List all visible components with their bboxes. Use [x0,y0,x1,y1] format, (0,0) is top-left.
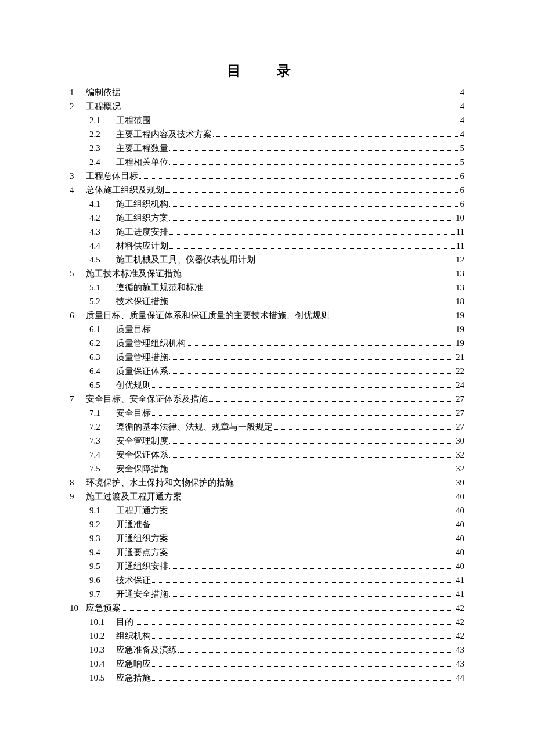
toc-entry-text: 开通组织方案 [116,534,168,543]
toc-leader-dots [169,471,454,471]
toc-entry-number: 6.2 [89,339,116,348]
toc-entry: 4总体施工组织及规划6 [70,186,464,200]
toc-entry: 8环境保护、水土保持和文物保护的措施39 [70,478,464,492]
toc-entry: 4.3施工进度安排11 [70,228,464,242]
toc-entry-text: 材料供应计划 [116,242,168,250]
toc-entry-page: 12 [456,255,464,264]
toc-entry-text: 质量管理组织机构 [116,339,186,348]
toc-entry-text: 创优规则 [116,381,151,390]
toc-leader-dots [169,234,455,235]
toc-entry: 9.2开通准备40 [70,520,464,534]
toc-entry: 2.3主要工程数量5 [70,144,464,158]
toc-leader-dots [152,415,454,416]
toc-leader-dots [152,527,454,527]
toc-entry: 10.5应急措施44 [70,674,464,687]
toc-entry-text: 开通组织安排 [116,562,168,571]
toc-leader-dots [169,457,454,458]
toc-entry-page: 32 [456,451,464,459]
table-of-contents: 1编制依据42工程概况42.1工程范围42.2主要工程内容及技术方案42.3主要… [70,88,464,687]
toc-entry-number: 10.2 [89,632,116,640]
toc-entry-number: 4.5 [89,255,116,264]
toc-entry-page: 10 [456,214,464,222]
toc-entry-number: 9.4 [89,548,116,557]
toc-leader-dots [274,429,454,430]
toc-leader-dots [169,443,454,444]
toc-entry-text: 施工过渡及工程开通方案 [86,492,182,501]
toc-leader-dots [169,596,454,597]
toc-entry-number: 8 [70,478,86,487]
toc-leader-dots [152,387,454,388]
toc-entry-page: 32 [456,465,464,473]
toc-entry-page: 4 [460,130,465,139]
toc-entry-text: 工程概况 [86,102,121,111]
toc-entry-page: 13 [456,269,464,278]
toc-title: 目 录 [70,64,464,78]
toc-entry: 7.5安全保障措施32 [70,465,464,478]
toc-entry-number: 7.5 [89,465,116,473]
toc-entry: 4.1施工组织机构6 [70,200,464,214]
toc-entry-text: 工程开通方案 [116,506,168,515]
toc-entry-text: 安全管理制度 [116,437,168,445]
toc-entry-number: 9.7 [89,590,116,599]
toc-entry-page: 30 [456,437,464,445]
toc-entry-page: 40 [456,520,464,529]
toc-entry-page: 18 [456,297,464,306]
toc-entry-number: 7.1 [89,409,116,417]
toc-entry-text: 开通要点方案 [116,548,168,557]
toc-entry: 4.2施工组织方案10 [70,214,464,228]
toc-entry-text: 环境保护、水土保持和文物保护的措施 [86,478,234,487]
toc-leader-dots [139,178,459,179]
toc-entry-text: 应急措施 [116,674,151,682]
toc-leader-dots [169,248,455,249]
toc-entry: 10.1目的42 [70,618,464,632]
toc-entry-page: 4 [460,116,465,125]
toc-entry-text: 编制依据 [86,88,121,97]
toc-entry-number: 9.2 [89,520,116,529]
toc-leader-dots [183,276,454,276]
toc-entry: 9.4开通要点方案40 [70,548,464,562]
toc-entry-number: 7.4 [89,451,116,459]
toc-entry-number: 9.3 [89,534,116,543]
toc-leader-dots [183,499,454,499]
toc-leader-dots [169,541,454,541]
toc-entry: 7.3安全管理制度30 [70,437,464,451]
toc-entry: 6质量目标、质量保证体系和保证质量的主要技术措施、创优规则19 [70,311,464,325]
toc-entry-text: 质量目标、质量保证体系和保证质量的主要技术措施、创优规则 [86,311,330,320]
toc-leader-dots [152,680,454,681]
toc-entry-number: 4 [70,186,86,195]
toc-entry-number: 5 [70,269,86,278]
toc-entry-number: 2.1 [89,116,116,125]
toc-entry-page: 40 [456,548,464,557]
toc-entry: 6.3质量管理措施21 [70,353,464,367]
toc-entry-number: 6 [70,311,86,320]
toc-entry-number: 10.4 [89,660,116,668]
toc-entry-page: 19 [456,311,464,320]
toc-entry-text: 安全目标 [116,409,151,417]
toc-leader-dots [152,582,454,583]
toc-entry-number: 10 [70,604,86,613]
toc-entry: 6.4质量保证体系22 [70,367,464,381]
toc-entry-text: 主要工程数量 [116,144,168,153]
toc-leader-dots [178,652,454,653]
toc-leader-dots [122,109,459,109]
toc-entry-number: 6.3 [89,353,116,362]
toc-leader-dots [135,624,454,625]
toc-entry-page: 40 [456,534,464,543]
toc-entry-number: 4.2 [89,214,116,222]
toc-entry-page: 40 [456,562,464,571]
toc-entry-page: 11 [456,242,464,250]
toc-entry: 2工程概况4 [70,102,464,116]
toc-entry: 7.1安全目标27 [70,409,464,423]
toc-leader-dots [152,638,454,639]
toc-entry-number: 10.5 [89,674,116,682]
toc-entry-page: 21 [456,353,464,362]
toc-entry-page: 13 [456,283,464,292]
toc-entry-number: 1 [70,88,86,97]
toc-entry-page: 40 [456,506,464,515]
toc-entry: 9.6技术保证41 [70,576,464,590]
toc-entry-number: 6.4 [89,367,116,376]
toc-entry: 10.2组织机构42 [70,632,464,646]
toc-entry-number: 9.1 [89,506,116,515]
toc-entry: 10.4应急响应43 [70,660,464,674]
toc-entry-text: 施工技术标准及保证措施 [86,269,182,278]
